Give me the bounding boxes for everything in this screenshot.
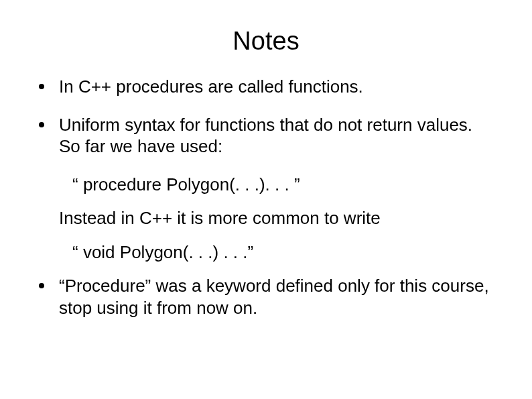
bullet-list: In C++ procedures are called functions. …	[34, 76, 498, 158]
code-example-1: “ procedure Polygon(. . .). . . ”	[34, 174, 498, 196]
bullet-item-2: Uniform syntax for functions that do not…	[34, 114, 498, 158]
bullet-item-1: In C++ procedures are called functions.	[34, 76, 498, 98]
bullet-item-3: “Procedure” was a keyword defined only f…	[34, 275, 498, 319]
bullet-list-continued: “Procedure” was a keyword defined only f…	[34, 275, 498, 319]
code-example-2: “ void Polygon(. . .) . . .”	[34, 241, 498, 264]
slide-title: Notes	[34, 27, 498, 56]
body-text-instead: Instead in C++ it is more common to writ…	[34, 207, 498, 229]
slide: Notes In C++ procedures are called funct…	[0, 0, 532, 399]
